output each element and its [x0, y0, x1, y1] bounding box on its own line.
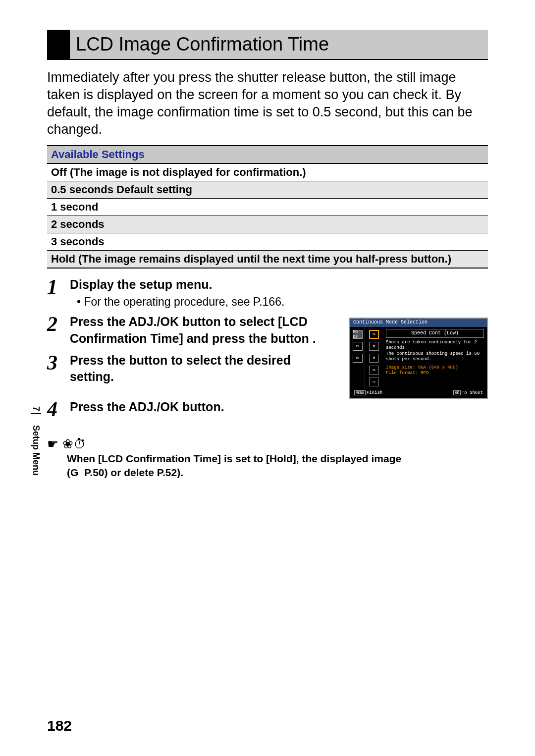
lcd-mid-icons: ▭ M M ▭ ▭: [365, 327, 383, 389]
chapter-number: 7: [31, 406, 41, 414]
settings-row: 3 seconds: [47, 233, 488, 251]
menu-button-label: MENU: [354, 390, 366, 396]
option-icon: M: [369, 354, 379, 363]
side-tab: 7 Setup Menu: [31, 406, 41, 476]
tools-icon: ⚙: [353, 354, 363, 363]
intro-paragraph: Immediately after you press the shutter …: [47, 69, 488, 138]
step: 2 Press the ADJ./OK button to select [LC…: [47, 314, 337, 347]
lcd-info: Image size: VGA (640 x 480)File format: …: [386, 365, 484, 377]
option-icon: M: [369, 342, 379, 351]
lcd-mode-title: Speed Cont (Low): [386, 329, 484, 338]
step: 1 Display the setup menu. • For the oper…: [47, 276, 488, 309]
ok-button-label: OK: [453, 390, 460, 396]
step-title: Press the ADJ./OK button to select [LCD …: [70, 314, 337, 347]
section-title: LCD Image Confirmation Time: [70, 30, 488, 59]
title-marker: [47, 30, 70, 59]
option-icon: ▭: [369, 366, 379, 375]
step: 3 Press the button to select the desired…: [47, 352, 337, 386]
step-title: Press the ADJ./OK button.: [70, 399, 488, 416]
steps-list: 1 Display the setup menu. • For the oper…: [47, 276, 488, 420]
lcd-preview: Continuous Mode Selection MO DE ◻ ⚙ ▭ M …: [349, 318, 488, 399]
settings-row: Off (The image is not displayed for conf…: [47, 164, 488, 181]
step-subtext: • For the operating procedure, see P.166…: [77, 295, 488, 309]
settings-row: Hold (The image remains displayed until …: [47, 251, 488, 269]
camera-icon: ◻: [353, 342, 363, 351]
settings-row: 0.5 seconds Default setting: [47, 181, 488, 199]
available-settings-table: Available Settings Off (The image is not…: [47, 145, 488, 269]
mode-icon: MO DE: [353, 330, 363, 339]
chapter-label: Setup Menu: [31, 425, 41, 476]
lcd-left-icons: MO DE ◻ ⚙: [350, 327, 365, 389]
option-icon: ▭: [369, 378, 379, 386]
settings-header: Available Settings: [47, 146, 488, 164]
step-title: Display the setup menu.: [70, 276, 488, 293]
ok-action-label: To Shoot: [462, 390, 483, 395]
option-icon: ▭: [369, 330, 379, 339]
settings-row: 2 seconds: [47, 216, 488, 233]
hand-icon: ☛: [47, 436, 58, 452]
lcd-footer: MENUFinish OKTo Shoot: [350, 389, 487, 398]
note-text: When [LCD Confirmation Time] is set to […: [67, 452, 488, 480]
step-number: 2: [47, 314, 61, 334]
step-title: Press the button to select the desired s…: [70, 352, 337, 386]
settings-row: 1 second: [47, 199, 488, 216]
flower-timer-icon: ❀⏱: [62, 436, 86, 452]
step-number: 4: [47, 399, 61, 420]
lcd-desc: Shots are taken continuously for 2 secon…: [386, 340, 484, 362]
step: 4 Press the ADJ./OK button.: [47, 399, 488, 420]
menu-action-label: Finish: [367, 390, 382, 395]
caution-note: ☛ ❀⏱: [47, 436, 488, 452]
section-title-bar: LCD Image Confirmation Time: [47, 30, 488, 60]
step-number: 1: [47, 276, 61, 297]
page-number: 182: [47, 717, 72, 734]
lcd-header: Continuous Mode Selection: [350, 319, 487, 327]
step-number: 3: [47, 352, 61, 373]
